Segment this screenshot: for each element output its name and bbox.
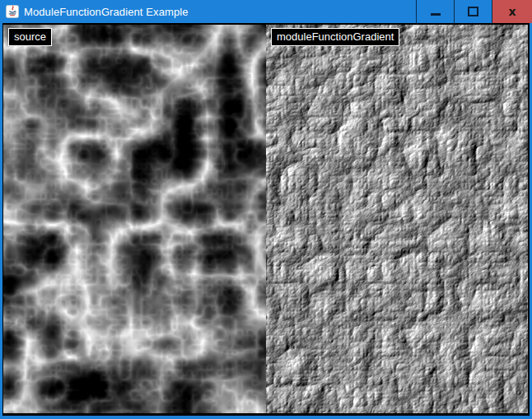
maximize-button[interactable] [454,0,492,23]
java-coffee-cup-icon[interactable] [6,5,19,18]
window-title: ModuleFunctionGradient Example [24,5,189,18]
titlebar[interactable]: ModuleFunctionGradient Example x [0,0,532,23]
gradient-label: moduleFunctionGradient [271,28,399,46]
window-controls: x [416,0,532,23]
content-area: source moduleFunctionGradient [2,23,530,416]
source-image [3,25,266,413]
gradient-image [266,25,528,413]
source-label: source [8,28,52,46]
close-icon: x [508,6,516,17]
minimize-button[interactable] [416,0,454,23]
maximize-icon [468,7,478,16]
close-button[interactable]: x [492,0,532,23]
minimize-icon [431,13,441,16]
